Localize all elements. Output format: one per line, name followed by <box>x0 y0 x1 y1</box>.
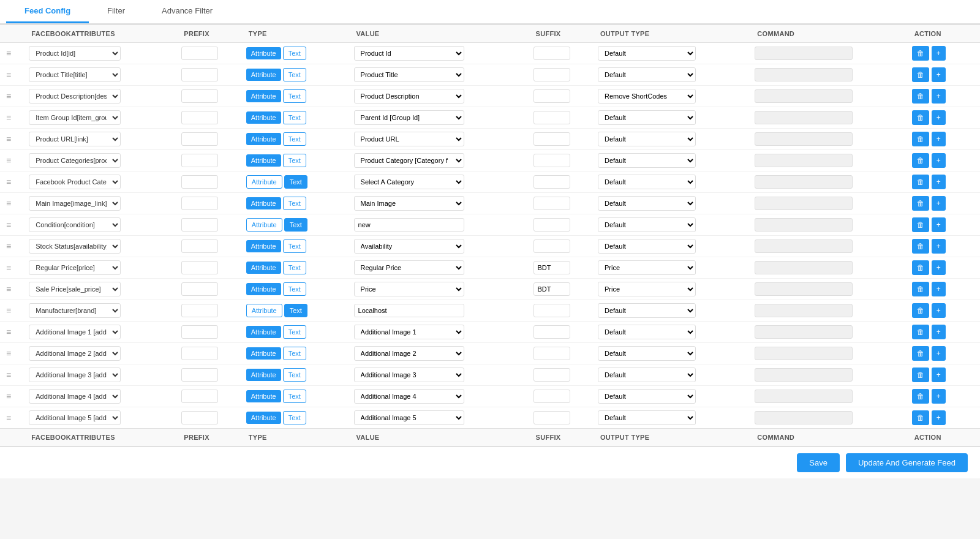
drag-handle[interactable]: ≡ <box>0 300 25 322</box>
drag-handle[interactable]: ≡ <box>0 43 25 64</box>
output-type-select[interactable]: Remove ShortCodes <box>598 89 696 104</box>
command-input[interactable] <box>755 282 853 296</box>
command-input[interactable] <box>755 261 853 274</box>
suffix-input[interactable] <box>533 132 570 146</box>
value-select[interactable]: Product URL <box>354 132 464 146</box>
add-button[interactable]: + <box>932 110 946 125</box>
drag-handle[interactable]: ≡ <box>0 386 25 407</box>
delete-button[interactable]: 🗑 <box>912 89 929 104</box>
text-button[interactable]: Text <box>283 89 306 103</box>
suffix-input[interactable] <box>533 218 570 232</box>
output-type-select[interactable]: Price <box>598 282 696 296</box>
attribute-button[interactable]: Attribute <box>246 154 281 167</box>
text-button[interactable]: Text <box>283 325 306 339</box>
value-select[interactable]: Additional Image 5 <box>354 410 464 425</box>
attribute-button[interactable]: Attribute <box>246 283 281 295</box>
attribute-button[interactable]: Attribute <box>246 369 281 381</box>
delete-button[interactable]: 🗑 <box>912 282 929 296</box>
add-button[interactable]: + <box>932 389 946 404</box>
text-button[interactable]: Text <box>283 390 306 403</box>
output-type-select[interactable]: Default <box>598 217 696 232</box>
drag-handle[interactable]: ≡ <box>0 257 25 279</box>
attribute-button[interactable]: Attribute <box>246 412 281 424</box>
drag-handle[interactable]: ≡ <box>0 86 25 107</box>
attribute-button[interactable]: Attribute <box>246 304 282 317</box>
drag-icon[interactable]: ≡ <box>4 413 13 423</box>
value-select[interactable]: Product Category [Category f <box>354 153 464 168</box>
output-type-select[interactable]: Default <box>598 346 696 361</box>
delete-button[interactable]: 🗑 <box>912 196 929 211</box>
value-input[interactable] <box>354 304 464 317</box>
prefix-input[interactable] <box>181 411 218 424</box>
value-select[interactable]: Product Id <box>354 46 464 61</box>
output-type-select[interactable]: Default <box>598 67 696 82</box>
suffix-input[interactable] <box>533 347 570 360</box>
command-input[interactable] <box>755 239 853 253</box>
suffix-input[interactable] <box>533 239 570 253</box>
prefix-input[interactable] <box>181 89 218 103</box>
drag-handle[interactable]: ≡ <box>0 364 25 386</box>
suffix-input[interactable] <box>533 304 570 317</box>
add-button[interactable]: + <box>932 153 946 168</box>
save-button[interactable]: Save <box>797 453 840 472</box>
command-input[interactable] <box>755 154 853 167</box>
command-input[interactable] <box>755 411 853 424</box>
add-button[interactable]: + <box>932 132 946 146</box>
prefix-input[interactable] <box>181 325 218 339</box>
add-button[interactable]: + <box>932 260 946 275</box>
delete-button[interactable]: 🗑 <box>912 325 929 339</box>
drag-icon[interactable]: ≡ <box>4 241 13 251</box>
drag-handle[interactable]: ≡ <box>0 193 25 214</box>
command-input[interactable] <box>755 132 853 146</box>
drag-handle[interactable]: ≡ <box>0 64 25 86</box>
text-button[interactable]: Text <box>283 154 306 167</box>
attribute-button[interactable]: Attribute <box>246 326 281 338</box>
drag-handle[interactable]: ≡ <box>0 236 25 257</box>
output-type-select[interactable]: Default <box>598 239 696 254</box>
value-select[interactable]: Select A Category <box>354 175 464 189</box>
command-input[interactable] <box>755 175 853 189</box>
delete-button[interactable]: 🗑 <box>912 260 929 275</box>
drag-icon[interactable]: ≡ <box>4 91 13 101</box>
drag-icon[interactable]: ≡ <box>4 134 13 144</box>
fb-attr-select[interactable]: Product Description[descripti <box>29 89 121 104</box>
text-button[interactable]: Text <box>283 68 306 81</box>
command-input[interactable] <box>755 390 853 403</box>
add-button[interactable]: + <box>932 346 946 361</box>
suffix-input[interactable] <box>533 282 570 296</box>
drag-handle[interactable]: ≡ <box>0 407 25 429</box>
command-input[interactable] <box>755 218 853 232</box>
drag-icon[interactable]: ≡ <box>4 391 13 401</box>
drag-icon[interactable]: ≡ <box>4 284 13 294</box>
output-type-select[interactable]: Default <box>598 303 696 318</box>
text-button[interactable]: Text <box>284 218 307 232</box>
delete-button[interactable]: 🗑 <box>912 410 929 425</box>
drag-icon[interactable]: ≡ <box>4 349 13 358</box>
drag-handle[interactable]: ≡ <box>0 107 25 129</box>
drag-icon[interactable]: ≡ <box>4 263 13 273</box>
output-type-select[interactable]: Default <box>598 46 696 61</box>
drag-handle[interactable]: ≡ <box>0 214 25 236</box>
suffix-input[interactable] <box>533 175 570 189</box>
suffix-input[interactable] <box>533 89 570 103</box>
fb-attr-select[interactable]: Facebook Product Category[f <box>29 175 121 189</box>
tab-feed-config[interactable]: Feed Config <box>6 0 89 23</box>
value-select[interactable]: Regular Price <box>354 260 464 275</box>
text-button[interactable]: Text <box>283 368 306 382</box>
prefix-input[interactable] <box>181 47 218 60</box>
fb-attr-select[interactable]: Additional Image 1 [additional <box>29 325 121 339</box>
attribute-button[interactable]: Attribute <box>246 197 281 209</box>
command-input[interactable] <box>755 325 853 339</box>
add-button[interactable]: + <box>932 89 946 104</box>
attribute-button[interactable]: Attribute <box>246 111 281 124</box>
value-select[interactable]: Additional Image 2 <box>354 346 464 361</box>
add-button[interactable]: + <box>932 410 946 425</box>
prefix-input[interactable] <box>181 239 218 253</box>
drag-icon[interactable]: ≡ <box>4 113 13 123</box>
prefix-input[interactable] <box>181 368 218 382</box>
value-select[interactable]: Product Title <box>354 67 464 82</box>
text-button[interactable]: Text <box>284 304 307 317</box>
text-button[interactable]: Text <box>283 197 306 210</box>
text-button[interactable]: Text <box>283 347 306 360</box>
prefix-input[interactable] <box>181 304 218 317</box>
